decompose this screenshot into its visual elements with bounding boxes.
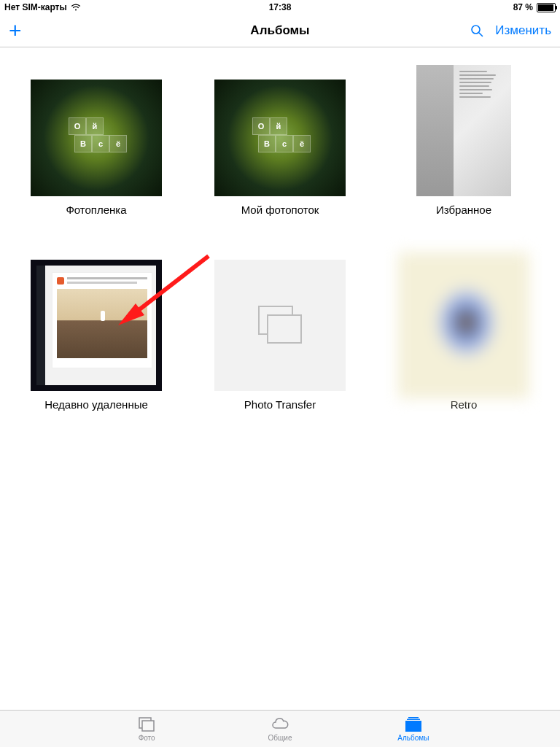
- album-label: Избранное: [436, 204, 491, 216]
- clock: 17:38: [269, 2, 292, 12]
- tile: ё: [293, 135, 311, 152]
- svg-rect-7: [142, 721, 154, 731]
- tile: ё: [109, 135, 127, 152]
- tab-photos[interactable]: Фото: [80, 711, 214, 747]
- page-title: Альбомы: [250, 23, 309, 38]
- status-bar: Нет SIM-карты 17:38 87 %: [0, 0, 560, 15]
- svg-point-0: [472, 26, 480, 34]
- tab-label: Общие: [268, 734, 292, 742]
- album-thumb: О й В с ё: [214, 65, 346, 196]
- sim-status: Нет SIM-карты: [4, 2, 67, 12]
- svg-rect-10: [405, 721, 421, 732]
- battery-percent: 87 %: [513, 2, 533, 12]
- tab-label: Альбомы: [397, 734, 429, 742]
- album-thumb: [398, 65, 529, 196]
- album-label: Retro: [451, 398, 478, 411]
- photos-icon: [137, 716, 156, 733]
- album-thumb: [214, 260, 346, 391]
- search-icon[interactable]: [470, 24, 483, 37]
- edit-button[interactable]: Изменить: [495, 23, 551, 38]
- add-button[interactable]: +: [9, 23, 22, 38]
- album-retro[interactable]: Retro: [394, 260, 534, 411]
- album-thumb: О й В с ё: [31, 65, 162, 196]
- album-thumb: [398, 260, 529, 391]
- svg-line-1: [479, 33, 483, 36]
- tile: В: [74, 135, 92, 152]
- svg-rect-8: [408, 717, 419, 719]
- empty-album-icon: [254, 303, 306, 347]
- tile: й: [86, 117, 104, 135]
- album-photo-transfer[interactable]: Photo Transfer: [210, 260, 350, 411]
- albums-grid: О й В с ё Фотопленка О й В с ё Мой фотоп…: [0, 47, 560, 428]
- tile: й: [270, 117, 287, 135]
- album-label: Photo Transfer: [244, 398, 316, 411]
- album-favorites[interactable]: Избранное: [394, 65, 534, 216]
- tab-label: Фото: [139, 734, 155, 742]
- album-label: Мой фотопоток: [241, 204, 319, 216]
- tile: О: [252, 117, 270, 135]
- album-photo-stream[interactable]: О й В с ё Мой фотопоток: [210, 65, 350, 216]
- cloud-icon: [271, 716, 289, 733]
- album-recently-deleted[interactable]: Недавно удаленные: [26, 260, 166, 411]
- album-camera-roll[interactable]: О й В с ё Фотопленка: [26, 65, 166, 216]
- tile: В: [258, 135, 276, 152]
- tab-bar: Фото Общие Альбомы: [0, 710, 560, 747]
- tab-albums[interactable]: Альбомы: [346, 711, 480, 747]
- tab-shared[interactable]: Общие: [214, 711, 347, 747]
- album-label: Недавно удаленные: [44, 398, 148, 411]
- tile: О: [69, 117, 86, 135]
- battery-icon: [537, 3, 556, 12]
- album-thumb: [31, 260, 162, 391]
- nav-bar: + Альбомы Изменить: [0, 15, 560, 47]
- tile: с: [92, 135, 109, 152]
- svg-rect-9: [407, 719, 420, 721]
- svg-rect-5: [268, 315, 301, 343]
- album-label: Фотопленка: [66, 204, 126, 216]
- albums-icon: [404, 716, 423, 733]
- wifi-icon: [71, 4, 81, 11]
- tile: с: [276, 135, 293, 152]
